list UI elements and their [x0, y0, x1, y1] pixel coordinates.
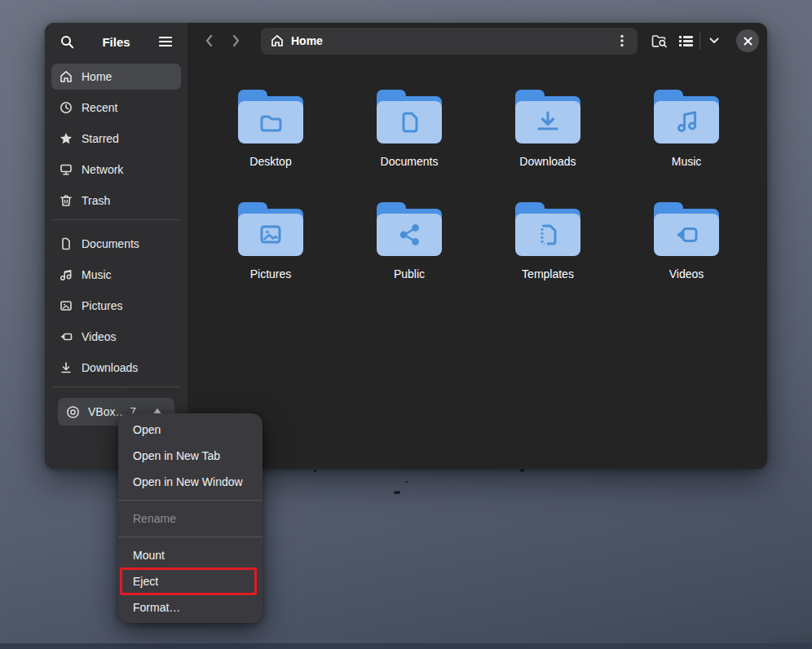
sidebar-item-trash[interactable]: Trash: [51, 188, 181, 214]
folder-label: Templates: [522, 267, 574, 280]
app-title: Files: [102, 35, 130, 49]
search-icon: [60, 35, 74, 49]
chevron-left-icon: [205, 34, 213, 47]
sidebar-item-starred[interactable]: Starred: [51, 126, 181, 152]
folder-icon: [654, 90, 719, 143]
sidebar-item-label: Pictures: [82, 299, 123, 312]
files-window: Files Home Recent Starred Net: [45, 23, 767, 469]
folder-templates[interactable]: Templates: [479, 202, 617, 315]
folder-pictures[interactable]: Pictures: [201, 202, 340, 315]
menu-item-open-new-tab[interactable]: Open in New Tab: [118, 443, 263, 469]
sidebar-nav: Home Recent Starred Network Trash Do: [45, 60, 188, 469]
sidebar-item-videos[interactable]: Videos: [51, 324, 181, 350]
folder-documents[interactable]: Documents: [340, 90, 479, 202]
main-menu-button[interactable]: [155, 31, 176, 52]
toolbar: Home: [188, 23, 767, 59]
folder-label: Public: [394, 267, 425, 280]
sidebar-item-downloads[interactable]: Downloads: [51, 355, 181, 381]
sidebar-item-network[interactable]: Network: [51, 157, 181, 183]
menu-item-eject[interactable]: Eject: [118, 568, 263, 594]
file-grid-area: Desktop Documents: [188, 59, 767, 469]
kebab-icon: [620, 34, 624, 47]
search-everywhere-button[interactable]: [649, 30, 670, 51]
back-button[interactable]: [197, 29, 220, 52]
menu-item-rename: Rename: [118, 506, 263, 532]
sidebar-item-label: Downloads: [82, 361, 138, 374]
sidebar-item-music[interactable]: Music: [51, 262, 181, 288]
folder-icon: [377, 202, 442, 256]
sidebar-item-pictures[interactable]: Pictures: [51, 293, 181, 319]
folder-desktop[interactable]: Desktop: [201, 90, 340, 202]
location-menu-button[interactable]: [611, 30, 633, 51]
folder-public[interactable]: Public: [340, 202, 479, 315]
search-button[interactable]: [56, 31, 77, 52]
window-close-button[interactable]: [736, 29, 759, 52]
document-icon: [60, 237, 73, 250]
folder-icon: [377, 90, 442, 143]
home-icon: [60, 70, 73, 83]
recent-icon: [60, 101, 73, 114]
folder-label: Documents: [381, 155, 439, 168]
sidebar-item-label: Trash: [82, 194, 110, 207]
toolbar-divider: [699, 32, 700, 50]
desktop-speck: [394, 491, 400, 494]
menu-item-mount[interactable]: Mount: [118, 542, 263, 568]
list-view-icon: [679, 35, 693, 47]
folder-icon: [515, 202, 580, 256]
desktop-speck: [520, 469, 524, 472]
sidebar-item-recent[interactable]: Recent: [51, 95, 181, 121]
home-icon: [271, 34, 284, 47]
folder-icon: [654, 202, 719, 256]
folder-music[interactable]: Music: [617, 90, 756, 202]
hamburger-icon: [159, 36, 172, 47]
chevron-right-icon: [232, 34, 241, 47]
sidebar-item-label: Recent: [82, 101, 117, 114]
menu-item-format[interactable]: Format…: [118, 594, 263, 620]
folder-label: Pictures: [250, 267, 292, 280]
forward-button[interactable]: [225, 29, 248, 52]
file-grid: Desktop Documents: [201, 90, 767, 315]
sidebar-separator: [53, 219, 179, 220]
folder-label: Downloads: [519, 155, 576, 168]
menu-item-open[interactable]: Open: [118, 417, 263, 443]
trash-icon: [60, 194, 73, 207]
disc-icon: [66, 405, 80, 419]
sidebar: Files Home Recent Starred Net: [45, 23, 188, 469]
chevron-down-icon: [709, 38, 719, 44]
view-options-split-button: [675, 30, 725, 51]
sidebar-item-label: Starred: [82, 132, 119, 145]
device-context-menu: Open Open in New Tab Open in New Window …: [118, 413, 263, 623]
picture-icon: [60, 299, 73, 312]
sidebar-item-label: Videos: [82, 330, 117, 343]
main-pane: Home: [188, 23, 767, 469]
menu-item-open-new-window[interactable]: Open in New Window: [118, 469, 263, 495]
folder-search-icon: [651, 34, 668, 48]
view-options-dropdown[interactable]: [704, 30, 725, 51]
path-bar[interactable]: Home: [261, 28, 638, 55]
list-view-button[interactable]: [675, 30, 696, 51]
folder-icon: [238, 90, 303, 143]
music-icon: [60, 268, 73, 281]
sidebar-item-label: Network: [82, 163, 123, 176]
folder-icon: [238, 202, 303, 256]
desktop-speck: [314, 470, 316, 472]
menu-separator: [118, 536, 263, 537]
menu-separator: [118, 500, 263, 501]
sidebar-header: Files: [45, 23, 188, 60]
sidebar-item-home[interactable]: Home: [51, 64, 181, 90]
sidebar-separator: [53, 386, 179, 387]
close-icon: [744, 37, 752, 46]
folder-videos[interactable]: Videos: [617, 202, 756, 315]
desktop-speck: [405, 481, 408, 483]
folder-icon: [515, 90, 580, 143]
sidebar-item-label: Documents: [82, 237, 139, 250]
network-icon: [60, 163, 73, 176]
video-icon: [60, 330, 73, 343]
sidebar-item-documents[interactable]: Documents: [51, 231, 181, 257]
folder-label: Desktop: [249, 155, 291, 168]
folder-label: Music: [672, 155, 702, 168]
folder-downloads[interactable]: Downloads: [479, 90, 617, 202]
download-icon: [60, 361, 73, 374]
folder-label: Videos: [669, 267, 704, 280]
star-icon: [60, 132, 73, 145]
